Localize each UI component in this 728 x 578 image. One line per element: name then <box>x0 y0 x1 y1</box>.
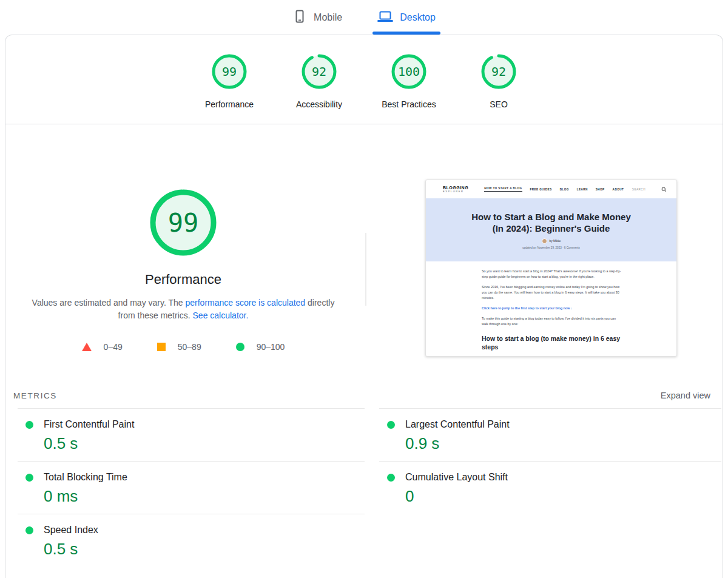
metric-head: Speed Index <box>18 525 365 536</box>
metric-value: 0.9 s <box>405 434 721 453</box>
metric-value: 0 <box>405 487 721 506</box>
report-card: 99 Performance 92 Accessibility 100 <box>5 35 723 578</box>
metric-label: Speed Index <box>44 525 98 536</box>
score-calculated-link[interactable]: performance score is calculated <box>186 298 306 307</box>
thumbnail-author-name: by Mikke <box>550 240 561 243</box>
metric-value: 0.5 s <box>44 540 365 559</box>
thumbnail-paragraph: In this guide, you will learn how to sta… <box>482 356 622 357</box>
seo-score-label: SEO <box>490 99 508 109</box>
metrics-header: METRICS Expand view <box>5 383 723 408</box>
performance-summary: 99 Performance Values are estimated and … <box>13 188 354 352</box>
best-practices-score-label: Best Practices <box>382 99 436 109</box>
metric-label: First Contentful Paint <box>44 419 134 430</box>
tab-desktop[interactable]: Desktop <box>374 0 439 35</box>
page-screenshot-thumbnail: BLOGGING EXPLORER HOW TO START A BLOG FR… <box>425 180 677 357</box>
thumbnail-site-nav: HOW TO START A BLOG FREE GUIDES BLOG LEA… <box>484 187 624 192</box>
accessibility-score-label: Accessibility <box>296 99 342 109</box>
legend-fail-range: 0–49 <box>104 342 123 352</box>
mobile-phone-icon <box>292 9 307 26</box>
best-practices-gauge-ring: 100 <box>391 54 426 89</box>
legend-fail: 0–49 <box>82 342 123 352</box>
legend-average: 50–89 <box>157 342 201 352</box>
metrics-grid: First Contentful Paint 0.5 s Largest Con… <box>5 408 723 566</box>
vertical-divider <box>365 233 366 306</box>
thumbnail-paragraph: To make this guide to starting a blog to… <box>482 316 622 327</box>
metric-pass-dot-icon <box>25 526 33 534</box>
performance-gauge-ring: 99 <box>212 54 247 89</box>
score-legend: 0–49 50–89 90–100 <box>13 342 354 352</box>
score-gauge-seo[interactable]: 92 SEO <box>454 54 544 109</box>
legend-average-range: 50–89 <box>178 342 201 352</box>
thumbnail-logo-line2: EXPLORER <box>443 190 468 193</box>
seo-score-value: 92 <box>481 54 516 89</box>
thumbnail-paragraph: So you want to learn how to start a blog… <box>482 269 622 280</box>
thumbnail-nav-item: LEARN <box>577 188 588 191</box>
score-gauge-best-practices[interactable]: 100 Best Practices <box>364 54 454 109</box>
metric-label: Cumulative Layout Shift <box>405 472 508 483</box>
see-calculator-link[interactable]: See calculator. <box>193 311 249 320</box>
metric-value: 0 ms <box>44 487 365 506</box>
fail-triangle-icon <box>82 343 92 351</box>
score-gauge-performance[interactable]: 99 Performance <box>184 54 274 109</box>
performance-score-value: 99 <box>212 54 247 89</box>
score-disclaimer: Values are estimated and may vary. The p… <box>31 297 335 322</box>
best-practices-score-value: 100 <box>391 54 426 89</box>
thumbnail-paragraph: Since 2016, I've been blogging and earni… <box>482 284 622 301</box>
thumbnail-hero: How to Start a Blog and Make Money (In 2… <box>426 198 676 261</box>
accessibility-score-value: 92 <box>302 54 337 89</box>
thumbnail-jump-link: Click here to jump to the first step to … <box>482 306 622 311</box>
metric-pass-dot-icon <box>387 474 395 482</box>
metric-empty-cell <box>379 514 721 566</box>
metric-head: Total Blocking Time <box>18 472 365 483</box>
thumbnail-updated-line: updated on November 29, 2023 · 6 Comment… <box>522 246 580 249</box>
metric-head: First Contentful Paint <box>18 419 365 430</box>
metric-cumulative-layout-shift: Cumulative Layout Shift 0 <box>379 461 721 514</box>
metric-label: Total Blocking Time <box>44 472 127 483</box>
desktop-laptop-icon <box>377 9 393 26</box>
metrics-heading: METRICS <box>13 391 57 400</box>
thumbnail-author-avatar <box>542 238 547 244</box>
performance-score-label: Performance <box>205 99 254 109</box>
metric-first-contentful-paint: First Contentful Paint 0.5 s <box>18 408 365 461</box>
thumbnail-search: SEARCH <box>632 184 667 195</box>
tab-mobile-label: Mobile <box>314 12 342 23</box>
thumbnail-search-placeholder: SEARCH <box>632 188 645 191</box>
thumbnail-site-logo: BLOGGING EXPLORER <box>443 186 468 193</box>
accessibility-gauge-ring: 92 <box>302 54 337 89</box>
metric-speed-index: Speed Index 0.5 s <box>18 514 365 566</box>
thumbnail-site-header: BLOGGING EXPLORER HOW TO START A BLOG FR… <box>426 180 676 198</box>
performance-section-title: Performance <box>13 272 354 287</box>
metric-value: 0.5 s <box>44 434 365 453</box>
metric-label: Largest Contentful Paint <box>405 419 510 430</box>
metric-pass-dot-icon <box>25 474 33 482</box>
thumbnail-nav-item: HOW TO START A BLOG <box>484 187 522 192</box>
thumbnail-post-title: How to Start a Blog and Make Money (In 2… <box>467 211 636 234</box>
metric-head: Cumulative Layout Shift <box>379 472 721 483</box>
tab-desktop-label: Desktop <box>400 12 436 23</box>
device-tabs: Mobile Desktop <box>0 0 728 35</box>
thumbnail-article-body: So you want to learn how to start a blog… <box>426 261 676 357</box>
metric-head: Largest Contentful Paint <box>379 419 721 430</box>
thumbnail-search-icon <box>661 184 667 195</box>
thumbnail-byline: by Mikke <box>542 238 561 244</box>
tab-mobile[interactable]: Mobile <box>289 0 346 35</box>
legend-pass-range: 90–100 <box>257 342 285 352</box>
metric-pass-dot-icon <box>387 421 395 429</box>
performance-big-score-value: 99 <box>149 188 218 257</box>
legend-pass: 90–100 <box>236 342 285 352</box>
disclaimer-text-1: Values are estimated and may vary. The <box>32 298 186 307</box>
thumbnail-subheading: How to start a blog (to make money) in 6… <box>482 335 622 351</box>
thumbnail-nav-item: ABOUT <box>613 188 624 191</box>
seo-gauge-ring: 92 <box>481 54 516 89</box>
score-gauge-accessibility[interactable]: 92 Accessibility <box>274 54 364 109</box>
thumbnail-nav-item: FREE GUIDES <box>530 188 552 191</box>
thumbnail-nav-item: BLOG <box>560 188 569 191</box>
expand-view-button[interactable]: Expand view <box>661 391 710 400</box>
performance-big-gauge: 99 <box>149 188 218 257</box>
metric-largest-contentful-paint: Largest Contentful Paint 0.9 s <box>379 408 721 461</box>
metric-pass-dot-icon <box>25 421 33 429</box>
category-scores-row: 99 Performance 92 Accessibility 100 <box>5 35 723 124</box>
average-square-icon <box>157 343 166 351</box>
pass-circle-icon <box>236 343 244 351</box>
thumbnail-nav-item: SHOP <box>596 188 605 191</box>
